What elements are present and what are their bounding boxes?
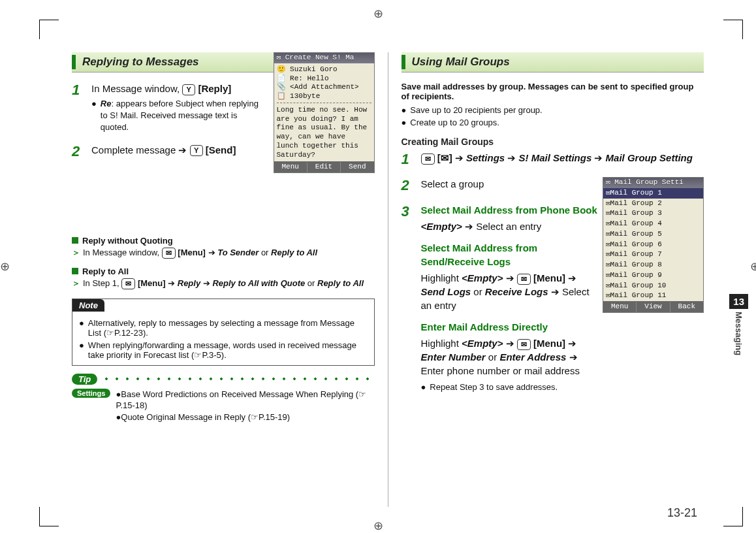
arrow-icon (507, 152, 518, 163)
square-icon (72, 237, 78, 244)
r-step2-num: 2 (402, 177, 413, 194)
repeat-note: Repeat Step 3 to save addresses. (430, 381, 558, 393)
step1-btn: [Reply] (198, 83, 231, 94)
left-heading: Replying to Messages (82, 56, 199, 69)
header-bar (72, 55, 76, 69)
softkey-menu[interactable]: Menu (274, 162, 307, 172)
step1-bullet: Re: appears before Subject when replying… (101, 98, 261, 134)
shot1-row: 📄 Re: Hello (277, 74, 371, 84)
chapter-label: Messaging (734, 312, 744, 355)
mg-row[interactable]: ✉Mail Group 11 (603, 291, 703, 301)
left-column: Replying to Messages ✉ Create New S! Ma … (72, 52, 375, 507)
y-key-icon: Y (182, 84, 195, 95)
dotted-line (101, 377, 374, 381)
y-key-icon: Y (190, 145, 203, 156)
softkey-menu[interactable]: Menu (603, 302, 637, 312)
mg-row[interactable]: ✉Mail Group 5 (603, 229, 703, 240)
registration-mark: ⊕ (750, 259, 756, 274)
softkey-view[interactable]: View (637, 302, 670, 312)
right-column: Using Mail Groups Save mail addresses by… (402, 52, 704, 507)
step1-num: 1 (72, 82, 84, 134)
shot1-row: 📎 <Add Attachment> (277, 83, 371, 92)
mail-key-icon: ✉ (517, 274, 531, 285)
shot1-title: ✉ Create New S! Ma (274, 53, 374, 63)
step-1: 1 In Message window, Y [Reply] ● Re: app… (72, 82, 261, 134)
page-number: 13-21 (667, 506, 697, 520)
arrow-icon (568, 272, 576, 283)
square-icon (72, 268, 78, 274)
mg-row[interactable]: ✉Mail Group 8 (603, 260, 703, 270)
arrow-icon (208, 248, 218, 257)
bullet-dot: ● (79, 318, 84, 338)
note-box: Note ●Alternatively, reply to messages b… (72, 299, 375, 366)
log-title: Select Mail Address from Send/Receive Lo… (421, 241, 598, 268)
settings-item: Quote Original Message in Reply (☞P.15-1… (121, 412, 290, 422)
bullet-dot: ● (402, 105, 407, 115)
mail-key-icon: ✉ (121, 278, 135, 289)
step-2: 2 Complete message Y [Send] (72, 143, 261, 160)
step2-pre: Complete message (91, 144, 178, 155)
step2-btn: [Send] (206, 144, 236, 155)
pb-title: Select Mail Address from Phone Book (421, 203, 598, 217)
mg-row[interactable]: ✉Mail Group 9 (603, 270, 703, 281)
registration-mark: ⊕ (373, 519, 383, 533)
bullet-dot: ● (421, 381, 426, 393)
arrow-icon (465, 221, 476, 232)
r-step1-icon-label: [✉] (437, 152, 452, 163)
mail-key-icon: ✉ (421, 153, 435, 165)
softkey-send[interactable]: Send (341, 162, 373, 172)
creating-mail-groups-title: Creating Mail Groups (402, 137, 704, 147)
mail-key-icon: ✉ (517, 339, 531, 350)
right-bullet: Save up to 20 recipients per group. (410, 105, 542, 115)
chapter-num: 13 (729, 294, 748, 309)
softkey-edit[interactable]: Edit (307, 162, 341, 172)
crop-mark (39, 20, 59, 39)
sub1-line: ＞ In Message window, ✉ [Menu] To Sender … (72, 247, 375, 259)
right-step-3: 3 Select Mail Address from Phone Book <E… (402, 203, 598, 393)
mg-row[interactable]: ✉Mail Group 2 (603, 199, 703, 209)
mg-row-selected[interactable]: ✉Mail Group 1 (603, 188, 703, 199)
shot1-row: 📋 130byte (277, 92, 371, 101)
mg-row[interactable]: ✉Mail Group 6 (603, 240, 703, 250)
mg-row[interactable]: ✉Mail Group 10 (603, 281, 703, 291)
crop-mark (723, 507, 743, 526)
note-item: When replying/forwarding a message, word… (88, 340, 368, 360)
shot2-softkeys: Menu View Back (603, 301, 703, 312)
mail-key-icon: ✉ (162, 248, 176, 259)
bullet-dot: ● (402, 118, 407, 127)
mail-group-screenshot: ✉ Mail Group Setti ✉Mail Group 1 ✉Mail G… (603, 177, 704, 313)
sub1-title: Reply without Quoting (82, 236, 173, 246)
arrow-icon (178, 144, 189, 155)
settings-label: Settings (72, 389, 110, 398)
sub2-line: ＞ In Step 1, ✉ [Menu] Reply Reply to All… (72, 278, 375, 289)
shot2-title: ✉ Mail Group Setti (603, 178, 703, 188)
arrow-icon (551, 286, 562, 297)
create-message-screenshot: ✉ Create New S! Ma 🙂 Suzuki Goro 📄 Re: H… (274, 52, 375, 173)
note-item: Alternatively, reply to messages by sele… (88, 318, 368, 338)
arrow-icon (506, 272, 517, 283)
arrow-icon (203, 278, 213, 288)
shot1-row: 🙂 Suzuki Goro (277, 65, 371, 74)
reply-to-all-heading: Reply to All (72, 266, 375, 276)
arrow-icon (168, 278, 178, 288)
r-step1-num: 1 (402, 151, 413, 168)
bullet-dot: ● (91, 98, 97, 134)
side-tab: 13 Messaging (729, 294, 748, 355)
right-heading: Using Mail Groups (412, 56, 510, 69)
step1-pre: In Message window, (91, 83, 182, 94)
softkey-back[interactable]: Back (670, 302, 703, 312)
header-bar (402, 55, 405, 69)
shot1-softkeys: Menu Edit Send (274, 161, 374, 172)
mg-row[interactable]: ✉Mail Group 7 (603, 250, 703, 260)
right-section-header: Using Mail Groups (402, 52, 704, 73)
shot1-msg: Long time no see. How are you doing? I a… (277, 106, 371, 160)
arrow-icon (569, 351, 578, 363)
mg-row[interactable]: ✉Mail Group 4 (603, 219, 703, 229)
arrow-icon (594, 152, 605, 163)
right-step-1: 1 ✉ [✉] Settings S! Mail Settings Mail G… (402, 151, 704, 168)
arrow-icon (506, 338, 517, 349)
arrow-icon (568, 338, 576, 349)
mg-row[interactable]: ✉Mail Group 3 (603, 208, 703, 219)
crop-mark (39, 507, 59, 526)
settings-item: Base Word Predictions on Received Messag… (116, 389, 366, 411)
